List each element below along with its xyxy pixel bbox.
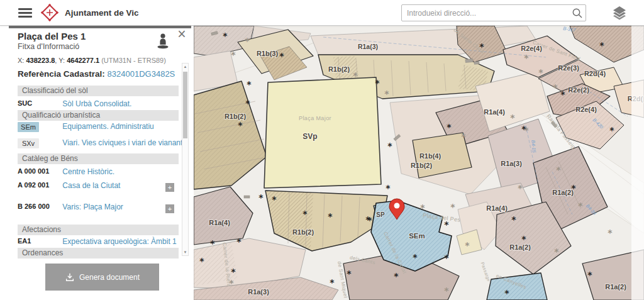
protected-element-asterisk: * (236, 236, 242, 247)
protected-element-asterisk: * (330, 277, 335, 287)
protected-element-asterisk: * (571, 183, 576, 193)
protected-element-asterisk: * (210, 238, 215, 248)
protected-element-asterisk: * (420, 203, 425, 213)
zone-link[interactable]: Viari. Vies cíviques i viari de vianants (62, 138, 186, 147)
protected-element-asterisk: * (258, 192, 264, 203)
zone-label: R1a(2) (509, 243, 531, 251)
zone-label: R1a(3) (358, 43, 378, 50)
search-icon[interactable] (569, 6, 586, 20)
menu-icon[interactable] (18, 8, 32, 18)
protected-element-asterisk: * (447, 122, 452, 132)
protected-element-asterisk: * (521, 124, 526, 134)
catalog-link[interactable]: Centre Històric. (62, 167, 114, 176)
protected-element-asterisk: * (587, 270, 592, 280)
row-a000001: A 000 001 Centre Històric. (18, 167, 179, 176)
zone-badge-sxv: SXv (18, 138, 39, 148)
protected-element-asterisk: * (465, 240, 470, 250)
protected-element-asterisk: * (413, 252, 418, 262)
protected-element-asterisk: * (553, 82, 558, 92)
zone-label: R1b(2) (328, 65, 350, 73)
svp-plaza (264, 77, 381, 188)
protected-element-asterisk: * (365, 214, 370, 225)
zone-label: R1b(2) (411, 162, 433, 169)
row-b266000: B 266 000 Varis: Plaça Major (18, 203, 179, 211)
search-box[interactable] (401, 4, 586, 21)
protected-element-asterisk: * (375, 78, 380, 88)
protected-element-asterisk: * (231, 50, 236, 60)
protected-element-asterisk: * (444, 253, 449, 263)
zone-label: R1b(2) (292, 228, 314, 236)
protected-element-asterisk: * (518, 183, 523, 193)
protected-element-asterisk: * (238, 120, 243, 130)
street-view-icon[interactable] (154, 32, 172, 50)
zone-label: R1a(4) (209, 219, 230, 226)
scroll-up-arrow[interactable]: ▲ (182, 65, 188, 69)
section-classificacio: Classificació del sòl (18, 86, 179, 96)
protected-element-asterisk: * (599, 40, 604, 50)
protected-element-asterisk: * (510, 113, 515, 123)
zone-code: SUC (18, 99, 60, 107)
protected-element-asterisk: * (608, 228, 613, 238)
protected-element-asterisk: * (578, 201, 583, 211)
panel-scrollbar[interactable]: ▲ ▼ (182, 63, 189, 256)
protected-element-asterisk: * (394, 271, 399, 281)
zone-label: R1a(3) (248, 288, 269, 296)
protected-element-asterisk: * (384, 89, 389, 99)
expand-button[interactable]: + (165, 204, 174, 213)
download-icon (65, 272, 75, 282)
app-root: Plaça MajorPlaça del Pesde Santa ClaraCa… (0, 0, 644, 300)
protected-element-asterisk: * (444, 286, 449, 296)
zone-label: R2e(2) (568, 86, 589, 94)
zone-label: R1a(4) (484, 108, 505, 116)
protected-element-asterisk: * (272, 194, 277, 204)
page-subtitle: Fitxa d'Informació (18, 42, 79, 51)
protected-element-asterisk: * (347, 269, 352, 279)
protected-element-asterisk: * (245, 36, 250, 46)
zone-label: R2e(4) (521, 45, 542, 52)
cadastral-reference-link[interactable]: 8324001DG3482S (108, 69, 175, 79)
coordinates: X: 438223.8, Y: 4642277.1 (UTM31N - ETRS… (18, 57, 166, 64)
section-cataleg: Catàleg de Béns (18, 153, 179, 164)
zone-label: R1a(2) (552, 189, 574, 196)
zone-link[interactable]: Sòl Urbà Consolidat. (62, 99, 131, 108)
protected-element-asterisk: * (386, 183, 391, 193)
protected-element-asterisk: * (231, 267, 236, 277)
zone-label: R1b(2) (225, 113, 247, 120)
app-title: Ajuntament de Vic (65, 8, 139, 18)
protected-element-asterisk: * (328, 211, 333, 221)
protected-element-asterisk: * (521, 234, 526, 244)
map-canvas[interactable]: Plaça MajorPlaça del Pesde Santa ClaraCa… (194, 26, 644, 300)
catalog-link[interactable]: Casa de la Ciutat (62, 181, 120, 190)
catalog-link[interactable]: Varis: Plaça Major (62, 203, 123, 211)
layers-icon[interactable] (611, 5, 628, 20)
zone-badge-sem: SEm (18, 122, 39, 132)
protected-element-asterisk: * (450, 202, 455, 212)
map-viewport[interactable]: Plaça MajorPlaça del Pesde Santa ClaraCa… (194, 26, 644, 300)
protected-element-asterisk: * (444, 219, 449, 230)
zone-label: R2e(3) (558, 64, 579, 72)
protected-element-asterisk: * (303, 209, 308, 219)
cadastral-reference: Referència Cadastral: 8324001DG3482S (18, 69, 175, 79)
protected-element-asterisk: * (560, 89, 565, 99)
zone-label: SVp (303, 132, 317, 141)
protected-element-asterisk: * (538, 67, 543, 77)
protected-element-asterisk: * (229, 278, 234, 288)
section-afectacions: Afectacions (18, 225, 179, 235)
protected-element-asterisk: * (479, 42, 484, 52)
protected-element-asterisk: * (511, 214, 516, 225)
page-title: Plaça del Pes 1 (18, 31, 86, 42)
protected-element-asterisk: * (279, 51, 284, 61)
scrollbar-thumb[interactable] (183, 72, 187, 138)
expand-button[interactable]: + (165, 183, 174, 192)
zone-label: R1a(3) (501, 160, 522, 167)
generate-document-button[interactable]: Genera document (45, 264, 159, 291)
zone-label: R1b(4) (419, 152, 441, 160)
scroll-down-arrow[interactable]: ▼ (182, 250, 188, 254)
close-icon[interactable]: × (175, 27, 189, 41)
zone-link[interactable]: Equipaments. Administratiu (62, 122, 153, 131)
zone-label: R2e(4) (575, 106, 597, 113)
afectacio-link[interactable]: Expectativa arqueològica: Àmbit 1 (62, 237, 176, 246)
search-input[interactable] (402, 9, 569, 18)
catalog-code-label: B4-15 (530, 140, 537, 153)
row-sem: SEm Equipaments. Administratiu (18, 122, 179, 132)
